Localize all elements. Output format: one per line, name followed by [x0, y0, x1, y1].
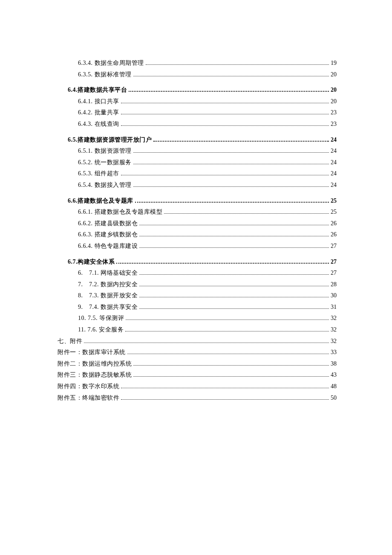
toc-leader-dots: [133, 152, 329, 153]
toc-entry-page: 20: [331, 96, 337, 108]
toc-entry-page: 38: [331, 358, 337, 370]
toc-entry-label: 6.5.2. 统一数据服务: [78, 157, 132, 169]
toc-entry-label: 6.5.3. 组件超市: [78, 168, 119, 180]
toc-entry-label: 10. 7.5. 等保测评: [78, 313, 124, 324]
toc-leader-dots: [133, 376, 329, 377]
toc-entry-label: 6.3.4. 数据生命周期管理: [78, 58, 144, 69]
toc-entry-page: 19: [331, 58, 337, 69]
toc-entry-label: 6.5.1. 数据资源管理: [78, 145, 132, 157]
toc-entry[interactable]: 6.6.1. 搭建数据仓及专题库模型 25: [58, 206, 337, 218]
toc-entry-page: 27: [331, 267, 337, 279]
toc-entry-page: 48: [331, 381, 337, 392]
toc-entry[interactable]: 6.6.4. 特色专题库建设 27: [58, 241, 337, 252]
toc-entry[interactable]: 6.3.5. 数据标准管理 20: [58, 69, 337, 81]
toc-entry-label: 6.5.搭建数据资源管理开放门户: [68, 134, 152, 146]
toc-entry-label: 附件四：数字水印系统: [58, 381, 119, 392]
toc-leader-dots: [121, 399, 329, 400]
toc-entry-page: 50: [331, 392, 337, 404]
toc-entry[interactable]: 附件五：终端加密软件 50: [58, 392, 337, 404]
toc-entry[interactable]: 6. 7.1. 网络基础安全 27: [58, 267, 337, 279]
toc-entry[interactable]: 9. 7.4. 数据共享安全 31: [58, 302, 337, 313]
toc-entry[interactable]: 6.4.1. 接口共享 20: [58, 96, 337, 108]
toc-leader-dots: [121, 125, 329, 126]
toc-entry-page: 24: [331, 145, 337, 157]
toc-entry[interactable]: 6.6.2. 搭建县级数据仓 26: [58, 218, 337, 230]
toc-leader-dots: [126, 320, 329, 320]
toc-leader-dots: [139, 236, 329, 236]
toc-entry-label: 9. 7.4. 数据共享安全: [78, 302, 138, 313]
toc-entry-label: 6. 7.1. 网络基础安全: [78, 267, 138, 279]
toc-entry[interactable]: 10. 7.5. 等保测评 32: [58, 313, 337, 324]
toc-entry[interactable]: 6.5.搭建数据资源管理开放门户 24: [58, 134, 337, 146]
toc-entry[interactable]: 6.4.3. 在线查询 23: [58, 119, 337, 130]
toc-entry[interactable]: 6.6.搭建数据仓及专题库 25: [58, 195, 337, 207]
toc-entry-page: 23: [331, 119, 337, 130]
toc-entry-label: 七、附件: [58, 336, 82, 347]
toc-entry[interactable]: 6.5.4. 数据接入管理 24: [58, 180, 337, 191]
toc-entry-page: 30: [331, 290, 337, 302]
toc-leader-dots: [139, 286, 329, 286]
toc-entry[interactable]: 6.6.3. 搭建乡镇数据仓 26: [58, 229, 337, 241]
toc-entry-label: 6.4.2. 批量共享: [78, 107, 119, 119]
toc-leader-dots: [127, 354, 329, 354]
toc-entry[interactable]: 附件二：数据运维内控系统 38: [58, 358, 337, 370]
toc-entry[interactable]: 6.4.搭建数据共享平台 20: [58, 84, 337, 96]
toc-entry-page: 27: [331, 241, 337, 252]
toc-entry-page: 31: [331, 302, 337, 313]
toc-entry[interactable]: 6.5.2. 统一数据服务 24: [58, 157, 337, 169]
toc-entry[interactable]: 6.3.4. 数据生命周期管理 19: [58, 58, 337, 69]
toc-entry-label: 6.4.1. 接口共享: [78, 96, 119, 108]
toc-entry-page: 33: [331, 347, 337, 358]
toc-entry[interactable]: 七、附件 32: [58, 336, 337, 347]
toc-leader-dots: [125, 331, 329, 331]
toc-entry[interactable]: 6.5.3. 组件超市 24: [58, 168, 337, 180]
toc-entry-label: 附件二：数据运维内控系统: [58, 358, 132, 370]
toc-entry-page: 24: [331, 180, 337, 191]
toc-entry-page: 20: [331, 69, 337, 81]
toc-leader-dots: [133, 164, 329, 164]
toc-leader-dots: [121, 175, 329, 175]
toc-entry-page: 24: [331, 157, 337, 169]
toc-entry-label: 6.4.3. 在线查询: [78, 119, 119, 130]
toc-entry[interactable]: 6.4.2. 批量共享 23: [58, 107, 337, 119]
toc-entry-page: 43: [331, 369, 337, 381]
toc-entry-label: 7. 7.2. 数据内控安全: [78, 279, 138, 291]
toc-leader-dots: [84, 343, 329, 343]
toc-entry-label: 6.4.搭建数据共享平台: [68, 84, 127, 96]
toc-entry-page: 20: [331, 84, 337, 96]
toc-entry-page: 32: [331, 324, 337, 336]
toc-entry-label: 11. 7.6. 安全服务: [78, 324, 124, 336]
toc-entry[interactable]: 附件四：数字水印系统 48: [58, 381, 337, 392]
toc-entry[interactable]: 附件三：数据静态脱敏系统 43: [58, 369, 337, 381]
toc-entry-page: 32: [331, 336, 337, 347]
toc-entry-label: 6.7.构建安全体系: [68, 256, 115, 268]
toc-entry-label: 8. 7.3. 数据开放安全: [78, 290, 138, 302]
toc-entry-page: 23: [331, 107, 337, 119]
toc-leader-dots: [121, 388, 329, 388]
toc-entry-page: 27: [331, 256, 337, 268]
toc-entry[interactable]: 8. 7.3. 数据开放安全 30: [58, 290, 337, 302]
toc-leader-dots: [139, 274, 329, 275]
toc-entry-label: 6.3.5. 数据标准管理: [78, 69, 132, 81]
toc-entry-label: 附件三：数据静态脱敏系统: [58, 369, 132, 381]
toc-entry[interactable]: 附件一：数据库审计系统 33: [58, 347, 337, 358]
toc-entry[interactable]: 6.5.1. 数据资源管理 24: [58, 145, 337, 157]
toc-entry-page: 25: [331, 195, 337, 207]
toc-leader-dots: [153, 141, 329, 142]
toc-leader-dots: [129, 91, 329, 92]
toc-leader-dots: [139, 247, 329, 248]
toc-entry[interactable]: 11. 7.6. 安全服务 32: [58, 324, 337, 336]
toc-entry-page: 24: [331, 134, 337, 146]
toc-entry-label: 6.5.4. 数据接入管理: [78, 180, 132, 191]
toc-entry-label: 附件一：数据库审计系统: [58, 347, 126, 358]
toc-entry-label: 6.6.3. 搭建乡镇数据仓: [78, 229, 138, 241]
toc-leader-dots: [133, 365, 329, 366]
toc-leader-dots: [133, 186, 329, 187]
toc-entry-page: 24: [331, 168, 337, 180]
toc-leader-dots: [139, 297, 329, 297]
toc-entry-label: 6.6.搭建数据仓及专题库: [68, 195, 133, 207]
toc-entry[interactable]: 7. 7.2. 数据内控安全 28: [58, 279, 337, 291]
toc-entry[interactable]: 6.7.构建安全体系 27: [58, 256, 337, 268]
toc-leader-dots: [133, 76, 329, 76]
toc-entry-label: 6.6.4. 特色专题库建设: [78, 241, 138, 252]
